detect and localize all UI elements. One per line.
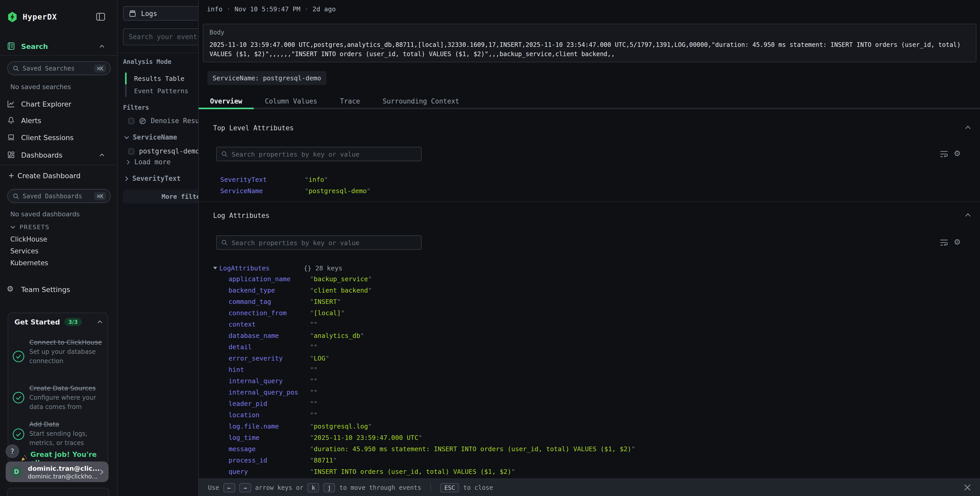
service-checkbox[interactable] xyxy=(128,148,134,154)
sidebar-item-team-settings[interactable]: ⚙ Team Settings xyxy=(0,283,117,296)
attribute-key[interactable]: detail xyxy=(229,343,310,351)
tab-trace[interactable]: Trace xyxy=(329,94,371,108)
sidebar-item-search[interactable]: Search xyxy=(0,40,117,53)
attribute-key[interactable]: leader_pid xyxy=(229,399,310,407)
attribute-value[interactable]: postgresql-demo xyxy=(305,187,684,195)
collapse-section-icon[interactable] xyxy=(965,126,971,129)
attribute-value[interactable]: info xyxy=(305,175,684,183)
attribute-key[interactable]: context xyxy=(229,320,310,328)
log-attributes-root-row[interactable]: LogAttributes {} 28 keys xyxy=(213,262,270,273)
saved-dashboards-input[interactable]: ⌘K xyxy=(7,189,111,203)
mode-event-patterns[interactable]: Event Patterns xyxy=(125,85,198,97)
sidebar-collapse-icon[interactable] xyxy=(96,13,105,21)
service-name-chip[interactable]: ServiceName: postgresql-demo xyxy=(207,71,326,85)
attribute-value[interactable]: [local] xyxy=(310,309,949,316)
denoise-checkbox[interactable] xyxy=(128,118,134,124)
attribute-key[interactable]: hint xyxy=(229,365,310,373)
attribute-value[interactable]: client backend xyxy=(310,286,949,294)
attribute-value[interactable] xyxy=(310,411,949,418)
preset-services[interactable]: Services xyxy=(10,247,38,255)
attribute-row: process_id88711 xyxy=(229,454,949,466)
attribute-value[interactable]: backup_service xyxy=(310,275,949,282)
create-dashboard-button[interactable]: Create Dashboard xyxy=(0,169,117,182)
get-started-toggle[interactable]: Get Started 3/3 xyxy=(14,318,102,326)
denoise-filter-row[interactable]: Denoise Results xyxy=(128,117,198,124)
log-attributes-search-box[interactable] xyxy=(216,235,422,250)
more-filters-button[interactable]: More filters xyxy=(123,190,198,203)
event-search-box[interactable] xyxy=(123,28,198,45)
get-started-step[interactable]: Connect to ClickHouse Set up your databa… xyxy=(29,337,102,366)
attribute-value[interactable] xyxy=(310,388,949,396)
attribute-key[interactable]: database_name xyxy=(229,332,310,339)
user-menu[interactable]: D dominic.tran@clic... dominic.tran@clic… xyxy=(6,461,108,482)
log-attributes-search-input[interactable] xyxy=(232,239,417,246)
wrap-lines-icon[interactable] xyxy=(940,239,948,246)
tab-overview[interactable]: Overview xyxy=(199,94,253,108)
sidebar-item-dashboards[interactable]: Dashboards xyxy=(0,149,117,161)
wrap-lines-icon[interactable] xyxy=(940,150,948,158)
preset-kubernetes[interactable]: Kubernetes xyxy=(10,259,48,267)
help-button[interactable]: ? xyxy=(6,445,19,458)
attribute-key[interactable]: log_time xyxy=(229,434,310,441)
chevron-up-icon[interactable] xyxy=(99,45,105,48)
attribute-key[interactable]: connection_from xyxy=(229,309,310,316)
attribute-key[interactable]: application_name xyxy=(229,275,310,282)
presets-toggle[interactable]: PRESETS xyxy=(10,223,49,231)
attribute-value[interactable]: INSERT xyxy=(310,297,949,305)
mode-results-table[interactable]: Results Table xyxy=(125,73,198,85)
attribute-key[interactable]: location xyxy=(229,411,310,418)
attribute-value[interactable] xyxy=(310,320,949,328)
attribute-value[interactable] xyxy=(310,377,949,384)
saved-searches-field[interactable] xyxy=(23,65,94,72)
attribute-value[interactable] xyxy=(310,365,949,373)
attribute-value[interactable]: INSERT INTO orders (user_id, total) VALU… xyxy=(310,467,949,475)
attribute-key[interactable]: internal_query xyxy=(229,377,310,384)
source-select[interactable]: Logs xyxy=(123,6,198,21)
get-started-step[interactable]: Add Data Start sending logs, metrics, or… xyxy=(29,419,102,448)
tab-surrounding-context[interactable]: Surrounding Context xyxy=(371,94,471,108)
sidebar-item-alerts[interactable]: Alerts xyxy=(0,114,117,127)
saved-dashboards-field[interactable] xyxy=(23,192,94,199)
attribute-key[interactable]: internal_query_pos xyxy=(229,388,310,396)
sidebar-item-chart-explorer[interactable]: Chart Explorer xyxy=(0,98,117,110)
saved-searches-input[interactable]: ⌘K xyxy=(7,61,111,75)
attribute-row: SeverityText info xyxy=(220,174,684,185)
attribute-value[interactable] xyxy=(310,343,949,351)
attribute-value[interactable]: 88711 xyxy=(310,456,949,464)
top-level-search-input[interactable] xyxy=(232,150,417,158)
attribute-key[interactable]: LogAttributes xyxy=(219,264,270,272)
attribute-value[interactable]: postgresql.log xyxy=(310,422,949,430)
attribute-key[interactable]: process_id xyxy=(229,456,310,464)
attribute-key[interactable]: query xyxy=(229,467,310,475)
attribute-value[interactable]: analytics_db xyxy=(310,332,949,339)
attribute-value[interactable]: duration: 45.950 ms statement: INSERT IN… xyxy=(310,445,949,453)
attribute-key[interactable]: SeverityText xyxy=(220,175,305,183)
filter-value-postgresql-demo[interactable]: postgresql-demo xyxy=(128,147,198,155)
top-level-search-box[interactable] xyxy=(216,147,422,161)
attribute-key[interactable]: backend_type xyxy=(229,286,310,294)
get-started-step[interactable]: Create Data Sources Configure where your… xyxy=(29,383,102,411)
filter-group-servicename[interactable]: ServiceName xyxy=(124,133,177,141)
tab-column-values[interactable]: Column Values xyxy=(253,94,329,108)
close-icon[interactable] xyxy=(964,484,971,491)
attribute-key[interactable]: message xyxy=(229,445,310,453)
gear-icon[interactable]: ⚙ xyxy=(954,238,961,247)
attribute-value[interactable] xyxy=(310,399,949,407)
attribute-key[interactable]: command_tag xyxy=(229,297,310,305)
gear-icon[interactable]: ⚙ xyxy=(954,149,961,158)
attribute-value[interactable]: LOG xyxy=(310,354,949,362)
avatar: D xyxy=(10,466,23,478)
attribute-key[interactable]: log.file.name xyxy=(229,422,310,430)
collapse-section-icon[interactable] xyxy=(965,213,971,217)
load-more-button[interactable]: Load more xyxy=(127,158,170,166)
attribute-value[interactable]: 2025-11-10 23:59:47.000 UTC xyxy=(310,434,949,441)
chevron-up-icon[interactable] xyxy=(99,153,105,156)
attribute-key[interactable]: error_severity xyxy=(229,354,310,362)
step-desc: Set up your database connection xyxy=(29,348,102,366)
event-search-input[interactable] xyxy=(129,33,198,41)
attribute-key[interactable]: ServiceName xyxy=(220,187,305,195)
sidebar-item-client-sessions[interactable]: Client Sessions xyxy=(0,131,117,144)
sidebar: HyperDX Search ⌘K No saved searches Char xyxy=(0,0,118,496)
filter-group-severitytext[interactable]: SeverityText xyxy=(125,175,181,182)
preset-clickhouse[interactable]: ClickHouse xyxy=(10,235,47,243)
